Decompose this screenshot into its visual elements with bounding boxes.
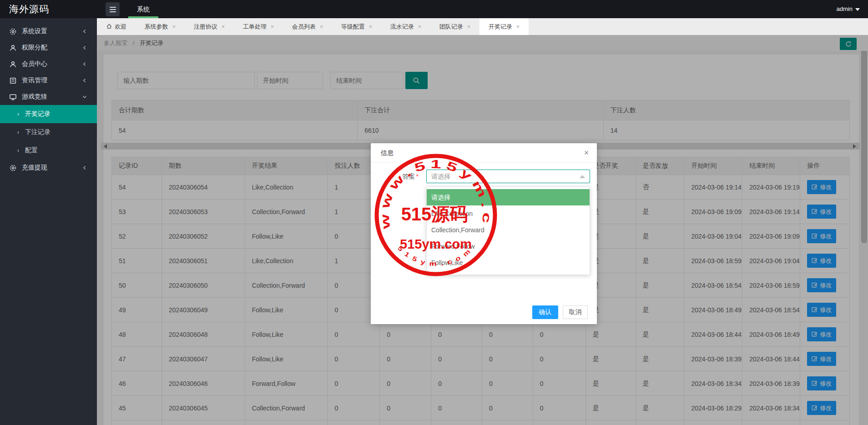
close-tab-icon[interactable]: × bbox=[320, 23, 323, 30]
confirm-button[interactable]: 确认 bbox=[532, 305, 558, 319]
tab-注册协议[interactable]: 注册协议× bbox=[185, 18, 234, 35]
user-icon bbox=[9, 60, 17, 68]
tab-欢迎[interactable]: 欢迎 bbox=[97, 18, 136, 35]
tab-label: 开奖记录 bbox=[489, 23, 512, 30]
select-placeholder: 请选择 bbox=[427, 170, 590, 183]
modal-title: 信息 bbox=[371, 143, 597, 163]
sidebar-item-label: 系统设置 bbox=[22, 27, 47, 35]
chevron-right-icon: › bbox=[17, 111, 19, 117]
hamburger-menu-icon[interactable] bbox=[106, 2, 120, 16]
dropdown-option[interactable]: Collection,Forward bbox=[427, 222, 590, 238]
dropdown-option[interactable]: Forward,Follow bbox=[427, 238, 590, 255]
app-logo: 海外源码 bbox=[9, 0, 49, 18]
sidebar-item-label: 会员中心 bbox=[22, 60, 47, 68]
sidebar-subitem[interactable]: ›下注记录 bbox=[0, 123, 97, 141]
sidebar-subitem-label: 下注记录 bbox=[25, 128, 50, 136]
chevron-left-icon bbox=[81, 45, 88, 51]
tab-会员列表[interactable]: 会员列表× bbox=[283, 18, 332, 35]
tab-工单处理[interactable]: 工单处理× bbox=[234, 18, 283, 35]
answer-field-label: 答案* bbox=[371, 170, 419, 183]
sidebar-item[interactable]: 权限分配 bbox=[0, 40, 97, 56]
close-icon[interactable]: × bbox=[581, 148, 591, 158]
tab-label: 工单处理 bbox=[243, 23, 267, 30]
close-tab-icon[interactable]: × bbox=[172, 23, 176, 30]
gear-icon bbox=[9, 28, 17, 35]
tab-流水记录[interactable]: 流水记录× bbox=[381, 18, 430, 35]
dropdown-option[interactable]: Like,Collection bbox=[427, 205, 590, 222]
tab-bar: 欢迎系统参数×注册协议×工单处理×会员列表×等级配置×流水记录×团队记录×开奖记… bbox=[97, 18, 868, 35]
sidebar-item-label: 权限分配 bbox=[22, 44, 47, 52]
admin-user-menu[interactable]: admin bbox=[837, 0, 860, 18]
caret-down-icon bbox=[855, 8, 860, 11]
sidebar-item[interactable]: 游戏竞猜 bbox=[0, 89, 97, 105]
tab-label: 欢迎 bbox=[115, 23, 126, 30]
sidebar-subitem[interactable]: ›配置 bbox=[0, 141, 97, 160]
close-tab-icon[interactable]: × bbox=[467, 23, 471, 30]
tab-系统参数[interactable]: 系统参数× bbox=[136, 18, 185, 35]
top-bar: 海外源码 系统 admin bbox=[0, 0, 868, 18]
tab-label: 等级配置 bbox=[341, 23, 365, 30]
news-icon bbox=[9, 77, 17, 85]
sidebar-subitem-label: 开奖记录 bbox=[25, 110, 50, 118]
tab-label: 流水记录 bbox=[390, 23, 414, 30]
sidebar-submenu: ›开奖记录›下注记录›配置 bbox=[0, 105, 97, 160]
answer-select[interactable]: 请选择 bbox=[426, 170, 590, 183]
chevron-down-icon bbox=[81, 94, 88, 100]
close-tab-icon[interactable]: × bbox=[271, 23, 274, 30]
sidebar-item-label: 资讯管理 bbox=[22, 76, 47, 85]
sidebar: 系统设置权限分配会员中心资讯管理游戏竞猜›开奖记录›下注记录›配置充值提现 bbox=[0, 18, 97, 425]
sidebar-item-label: 充值提现 bbox=[22, 164, 47, 172]
chevron-left-icon bbox=[81, 28, 88, 35]
user-icon bbox=[9, 44, 17, 52]
chevron-left-icon bbox=[81, 77, 88, 84]
dropdown-option[interactable]: Follow,Like bbox=[427, 255, 590, 271]
admin-username: admin bbox=[837, 5, 853, 12]
cancel-button[interactable]: 取消 bbox=[563, 305, 588, 319]
answer-dropdown-panel: 请选择Like,CollectionCollection,ForwardForw… bbox=[426, 186, 590, 275]
sidebar-item-label: 游戏竞猜 bbox=[22, 93, 47, 101]
sidebar-item[interactable]: 会员中心 bbox=[0, 56, 97, 72]
dropdown-option[interactable]: 请选择 bbox=[427, 189, 590, 205]
tab-label: 注册协议 bbox=[194, 23, 217, 30]
required-mark: * bbox=[416, 173, 419, 180]
chevron-right-icon: › bbox=[17, 147, 19, 154]
close-tab-icon[interactable]: × bbox=[369, 23, 373, 30]
close-tab-icon[interactable]: × bbox=[222, 23, 225, 30]
chevron-left-icon bbox=[81, 61, 88, 67]
chevron-left-icon bbox=[81, 165, 88, 171]
tab-label: 团队记录 bbox=[439, 23, 463, 30]
tab-团队记录[interactable]: 团队记录× bbox=[430, 18, 479, 35]
close-tab-icon[interactable]: × bbox=[418, 23, 422, 30]
home-icon bbox=[106, 19, 112, 36]
chevron-right-icon: › bbox=[17, 129, 19, 135]
topmenu-item-system[interactable]: 系统 bbox=[128, 0, 158, 18]
close-tab-icon[interactable]: × bbox=[516, 23, 520, 30]
sidebar-subitem[interactable]: ›开奖记录 bbox=[0, 105, 97, 123]
sidebar-item[interactable]: 系统设置 bbox=[0, 23, 97, 40]
sidebar-item[interactable]: 资讯管理 bbox=[0, 72, 97, 89]
tab-开奖记录[interactable]: 开奖记录× bbox=[479, 18, 529, 35]
sidebar-subitem-label: 配置 bbox=[25, 146, 38, 155]
monitor-icon bbox=[9, 93, 17, 101]
tab-label: 会员列表 bbox=[292, 23, 316, 30]
sidebar-item[interactable]: 充值提现 bbox=[0, 160, 97, 176]
tab-等级配置[interactable]: 等级配置× bbox=[332, 18, 381, 35]
list-icon bbox=[109, 6, 116, 13]
gear-icon bbox=[9, 164, 17, 172]
tab-label: 系统参数 bbox=[145, 23, 168, 30]
chevron-up-icon bbox=[580, 175, 585, 178]
